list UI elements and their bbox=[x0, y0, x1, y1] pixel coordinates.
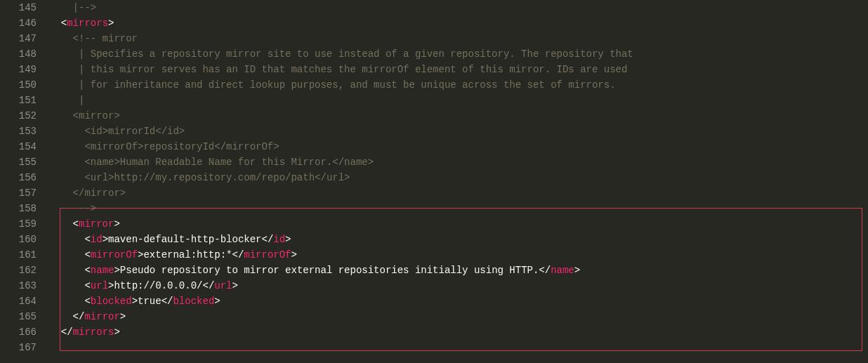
code-line: </mirror> bbox=[49, 309, 868, 324]
code-token: maven-default-http-blocker bbox=[108, 234, 261, 245]
code-line: <mirrorOf>repositoryId</mirrorOf> bbox=[49, 139, 868, 154]
code-token: id bbox=[273, 234, 285, 245]
line-number: 156 bbox=[0, 170, 37, 185]
code-token: > bbox=[132, 296, 138, 307]
code-token: name bbox=[551, 265, 574, 276]
code-token: > bbox=[291, 249, 297, 260]
code-token: > bbox=[114, 326, 119, 338]
code-token: > bbox=[103, 234, 108, 245]
code-token: <id>mirrorId</id> bbox=[84, 126, 185, 137]
code-token: --> bbox=[79, 203, 96, 214]
code-token: < bbox=[84, 265, 90, 276]
code-token: true bbox=[138, 296, 162, 307]
line-number: 149 bbox=[0, 62, 37, 77]
code-token: <mirror> bbox=[73, 110, 120, 121]
code-token: external:http:* bbox=[143, 249, 232, 260]
code-line: <url>http://my.repository.com/repo/path<… bbox=[49, 170, 868, 185]
code-token: < bbox=[84, 296, 90, 307]
line-number: 150 bbox=[0, 77, 37, 93]
line-number: 158 bbox=[0, 201, 37, 216]
code-token: http://0.0.0.0/ bbox=[114, 280, 202, 291]
code-token: > bbox=[120, 311, 126, 322]
code-line: | for inheritance and direct lookup purp… bbox=[49, 77, 868, 93]
code-token: | for inheritance and direct lookup purp… bbox=[79, 79, 616, 91]
code-token: < bbox=[84, 234, 90, 245]
code-token: blocked bbox=[173, 296, 214, 307]
code-line: |--> bbox=[49, 0, 868, 15]
code-token: < bbox=[73, 218, 79, 230]
code-token: <mirrorOf>repositoryId</mirrorOf> bbox=[84, 141, 279, 152]
code-token: </ bbox=[202, 280, 214, 291]
code-token: > bbox=[232, 280, 238, 291]
code-token: mirrorOf bbox=[91, 249, 138, 260]
line-number: 161 bbox=[0, 247, 37, 263]
code-token: | bbox=[79, 95, 84, 106]
code-line: </mirror> bbox=[49, 185, 868, 201]
code-token: | this mirror serves has an ID that matc… bbox=[79, 64, 627, 75]
code-token: | Specifies a repository mirror site to … bbox=[79, 48, 633, 60]
code-token: > bbox=[114, 265, 119, 276]
code-line: | Specifies a repository mirror site to … bbox=[49, 46, 868, 62]
code-token: mirrors bbox=[73, 326, 114, 338]
code-token: mirror bbox=[84, 311, 119, 322]
code-line: <blocked>true</blocked> bbox=[49, 293, 868, 309]
code-token: > bbox=[114, 218, 119, 230]
line-number: 166 bbox=[0, 324, 37, 340]
line-number: 164 bbox=[0, 293, 37, 309]
line-number: 153 bbox=[0, 124, 37, 139]
code-line: <name>Pseudo repository to mirror extern… bbox=[49, 263, 868, 278]
line-number: 165 bbox=[0, 309, 37, 324]
code-token: blocked bbox=[91, 296, 132, 307]
code-token: id bbox=[91, 234, 103, 245]
code-line: | this mirror serves has an ID that matc… bbox=[49, 62, 868, 77]
line-number-gutter: 1451461471481491501511521531541551561571… bbox=[0, 0, 49, 363]
code-line bbox=[49, 340, 868, 355]
code-token: <!-- mirror bbox=[73, 33, 138, 44]
line-number: 160 bbox=[0, 232, 37, 247]
code-token: </mirror> bbox=[73, 187, 126, 199]
code-token: mirrors bbox=[67, 18, 108, 29]
line-number: 162 bbox=[0, 263, 37, 278]
line-number: 148 bbox=[0, 46, 37, 62]
code-token: > bbox=[574, 265, 580, 276]
code-line: <id>maven-default-http-blocker</id> bbox=[49, 232, 868, 247]
code-token: > bbox=[108, 18, 114, 29]
line-number: 159 bbox=[0, 216, 37, 232]
line-number: 167 bbox=[0, 340, 37, 355]
code-token: <url>http://my.repository.com/repo/path<… bbox=[84, 172, 350, 183]
code-line: </mirrors> bbox=[49, 324, 868, 340]
line-number: 145 bbox=[0, 0, 37, 15]
code-line: <mirrors> bbox=[49, 15, 868, 31]
code-line: <name>Human Readable Name for this Mirro… bbox=[49, 154, 868, 170]
code-line: <mirrorOf>external:http:*</mirrorOf> bbox=[49, 247, 868, 263]
code-token: name bbox=[91, 265, 114, 276]
code-token: url bbox=[214, 280, 232, 291]
line-number: 147 bbox=[0, 31, 37, 46]
line-number: 151 bbox=[0, 93, 37, 108]
line-number: 154 bbox=[0, 139, 37, 154]
code-line: <url>http://0.0.0.0/</url> bbox=[49, 278, 868, 293]
code-token: > bbox=[214, 296, 220, 307]
code-token: </ bbox=[539, 265, 551, 276]
code-line: --> bbox=[49, 201, 868, 216]
code-lines: |--> <mirrors> <!-- mirror | Specifies a… bbox=[49, 0, 868, 355]
code-token: </ bbox=[73, 311, 85, 322]
code-token: < bbox=[61, 18, 67, 29]
code-line: <mirror> bbox=[49, 216, 868, 232]
code-token: > bbox=[285, 234, 291, 245]
code-line: | bbox=[49, 93, 868, 108]
code-token: </ bbox=[61, 326, 73, 338]
line-number: 163 bbox=[0, 278, 37, 293]
code-line: <id>mirrorId</id> bbox=[49, 124, 868, 139]
code-token: < bbox=[84, 249, 90, 260]
code-token: </ bbox=[261, 234, 273, 245]
code-token: mirrorOf bbox=[244, 249, 291, 260]
code-token: url bbox=[91, 280, 108, 291]
code-line: <!-- mirror bbox=[49, 31, 868, 46]
code-editor[interactable]: 1451461471481491501511521531541551561571… bbox=[0, 0, 868, 363]
code-token: mirror bbox=[79, 218, 114, 230]
code-line: <mirror> bbox=[49, 108, 868, 124]
line-number: 146 bbox=[0, 15, 37, 31]
code-area[interactable]: |--> <mirrors> <!-- mirror | Specifies a… bbox=[49, 0, 868, 363]
line-number: 157 bbox=[0, 185, 37, 201]
